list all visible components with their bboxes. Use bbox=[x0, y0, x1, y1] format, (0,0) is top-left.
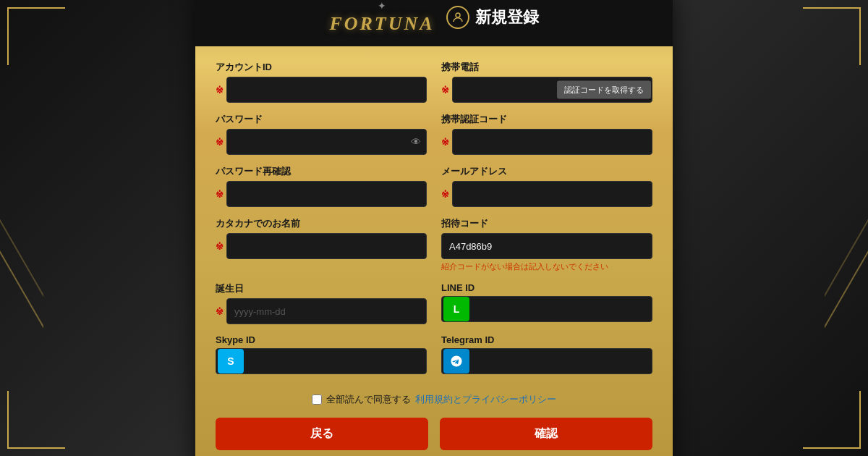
corner-tr bbox=[803, 7, 861, 65]
email-label: メールアドレス bbox=[441, 165, 652, 178]
modal-body: アカウントID ※ 携帯電話 ※ 認証コードを取得する bbox=[195, 46, 673, 456]
btn-row: 戻る 確認 bbox=[216, 418, 652, 450]
user-circle-icon bbox=[446, 6, 469, 29]
terms-row: 全部読んで同意する 利用規約とプライバシーポリシー bbox=[216, 393, 652, 406]
account-id-required: ※ bbox=[216, 85, 224, 96]
skype-id-label: Skype ID bbox=[216, 334, 427, 345]
account-id-input[interactable] bbox=[226, 77, 427, 103]
birthday-required: ※ bbox=[216, 306, 224, 317]
line-id-wrapper: L bbox=[441, 296, 652, 322]
phone-input-container: 認証コードを取得する bbox=[452, 77, 652, 103]
invitation-code-input[interactable] bbox=[441, 233, 652, 259]
right-decoration bbox=[825, 0, 868, 456]
line-id-label: LINE ID bbox=[441, 282, 652, 293]
password-group: パスワード ※ 👁 bbox=[216, 113, 427, 155]
skype-id-input[interactable] bbox=[245, 356, 426, 367]
confirm-button[interactable]: 確認 bbox=[440, 418, 652, 450]
katakana-name-required: ※ bbox=[216, 241, 224, 252]
terms-link[interactable]: 利用規約とプライバシーポリシー bbox=[415, 393, 556, 406]
password-confirm-group: パスワード再確認 ※ bbox=[216, 165, 427, 207]
svg-point-0 bbox=[456, 13, 460, 17]
back-button[interactable]: 戻る bbox=[216, 418, 428, 450]
password-label: パスワード bbox=[216, 113, 427, 126]
password-required: ※ bbox=[216, 137, 224, 148]
telegram-id-group: Telegram ID bbox=[441, 334, 652, 374]
telegram-id-label: Telegram ID bbox=[441, 334, 652, 345]
password-input[interactable] bbox=[226, 129, 427, 155]
katakana-name-input[interactable] bbox=[226, 233, 427, 259]
password-confirm-wrapper: ※ bbox=[216, 181, 427, 207]
line-icon-text: L bbox=[454, 303, 460, 315]
skype-id-group: Skype ID S bbox=[216, 334, 427, 374]
email-wrapper: ※ bbox=[441, 181, 652, 207]
account-id-label: アカウントID bbox=[216, 61, 427, 74]
birthday-group: 誕生日 ※ bbox=[216, 282, 427, 324]
mobile-code-input[interactable] bbox=[452, 129, 652, 155]
corner-br bbox=[803, 391, 861, 449]
skype-icon: S bbox=[218, 349, 244, 373]
password-confirm-input[interactable] bbox=[226, 181, 427, 207]
password-confirm-required: ※ bbox=[216, 189, 224, 200]
email-required: ※ bbox=[441, 189, 449, 200]
password-confirm-label: パスワード再確認 bbox=[216, 165, 427, 178]
birthday-wrapper: ※ bbox=[216, 298, 427, 324]
line-id-group: LINE ID L bbox=[441, 282, 652, 324]
katakana-name-wrapper: ※ bbox=[216, 233, 427, 259]
telegram-id-wrapper bbox=[441, 348, 652, 374]
get-code-button[interactable]: 認証コードを取得する bbox=[557, 81, 651, 99]
line-id-input[interactable] bbox=[471, 304, 652, 315]
katakana-name-label: カタカナでのお名前 bbox=[216, 217, 427, 230]
logo-text: FORTUNA bbox=[329, 13, 434, 34]
password-wrapper: ※ 👁 bbox=[216, 129, 427, 155]
invite-hint: 紹介コードがない場合は記入しないでください bbox=[441, 261, 652, 272]
password-input-container: 👁 bbox=[226, 129, 427, 155]
phone-wrapper: ※ 認証コードを取得する bbox=[441, 77, 652, 103]
modal-header: ✦ FORTUNA 新規登録 bbox=[195, 0, 673, 46]
terms-checkbox[interactable] bbox=[312, 394, 322, 405]
skype-id-wrapper: S bbox=[216, 348, 427, 374]
terms-prefix: 全部読んで同意する bbox=[326, 393, 411, 406]
form-grid: アカウントID ※ 携帯電話 ※ 認証コードを取得する bbox=[216, 61, 652, 384]
mobile-code-group: 携帯認証コード ※ bbox=[441, 113, 652, 155]
mobile-code-wrapper: ※ bbox=[441, 129, 652, 155]
skype-icon-text: S bbox=[227, 355, 234, 367]
header-title: 新規登録 bbox=[475, 7, 539, 28]
telegram-id-input[interactable] bbox=[471, 356, 652, 367]
corner-tl bbox=[7, 7, 65, 65]
birthday-input[interactable] bbox=[226, 298, 427, 324]
email-group: メールアドレス ※ bbox=[441, 165, 652, 207]
mobile-code-label: 携帯認証コード bbox=[441, 113, 652, 126]
modal: ✦ FORTUNA 新規登録 アカウントID ※ bbox=[195, 0, 673, 456]
line-icon: L bbox=[443, 297, 469, 321]
katakana-name-group: カタカナでのお名前 ※ bbox=[216, 217, 427, 272]
mobile-code-required: ※ bbox=[441, 137, 449, 148]
eye-icon[interactable]: 👁 bbox=[411, 136, 421, 148]
phone-label: 携帯電話 bbox=[441, 61, 652, 74]
account-id-group: アカウントID ※ bbox=[216, 61, 427, 103]
logo-small-icon: ✦ bbox=[329, 0, 434, 12]
birthday-label: 誕生日 bbox=[216, 282, 427, 295]
corner-bl bbox=[7, 391, 65, 449]
email-input[interactable] bbox=[452, 181, 652, 207]
telegram-icon bbox=[443, 349, 469, 373]
header-right: 新規登録 bbox=[446, 6, 539, 29]
account-id-wrapper: ※ bbox=[216, 77, 427, 103]
invitation-code-label: 招待コード bbox=[441, 217, 652, 230]
logo-container: ✦ FORTUNA bbox=[329, 0, 434, 35]
phone-required: ※ bbox=[441, 85, 449, 96]
background: ✦ FORTUNA 新規登録 アカウントID ※ bbox=[0, 0, 868, 456]
invitation-code-group: 招待コード 紹介コードがない場合は記入しないでください bbox=[441, 217, 652, 272]
phone-group: 携帯電話 ※ 認証コードを取得する bbox=[441, 61, 652, 103]
left-decoration bbox=[0, 0, 43, 456]
